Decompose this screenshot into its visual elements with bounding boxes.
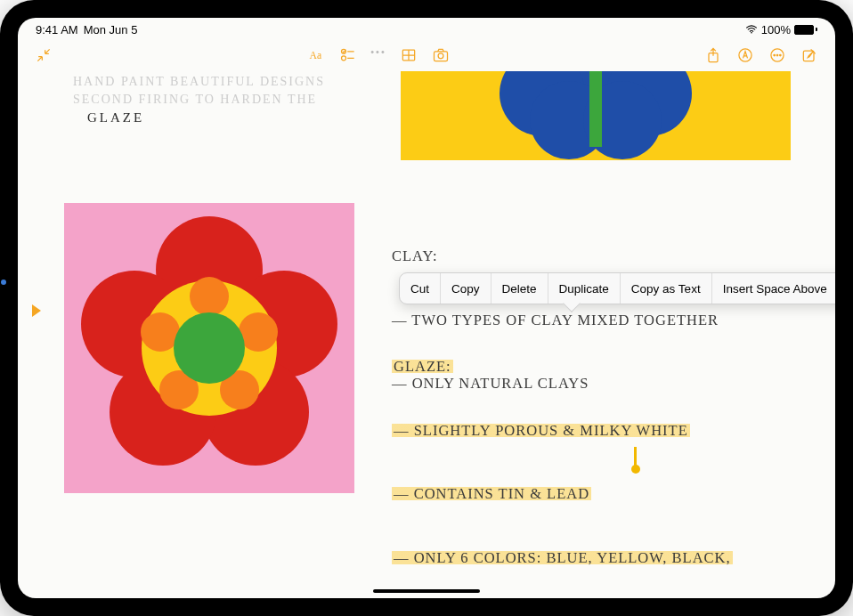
more-icon[interactable]: [764, 42, 791, 69]
selection-handle[interactable]: [634, 447, 637, 466]
insertion-marker-icon[interactable]: [32, 304, 41, 317]
svg-point-15: [776, 54, 778, 56]
camera-dot: [1, 280, 6, 285]
battery-icon: [794, 25, 817, 35]
clay-title: CLAY:: [392, 246, 719, 267]
svg-point-14: [774, 54, 776, 56]
faded-note-text: HAND PAINT BEAUTIFUL DESIGNS SECOND FIRI…: [73, 73, 325, 108]
home-indicator[interactable]: [373, 589, 480, 593]
svg-point-0: [751, 31, 752, 33]
glaze-line2: — CONTAINS TIN & LEAD: [392, 485, 591, 502]
tile-illustration-top: [401, 71, 791, 160]
toolbar: Aa •••: [18, 39, 835, 71]
checklist-icon[interactable]: [335, 42, 362, 69]
camera-icon[interactable]: [427, 42, 454, 69]
status-bar: 9:41 AM Mon Jun 5 100%: [18, 18, 835, 39]
compose-icon[interactable]: [796, 42, 823, 69]
glaze-notes[interactable]: GLAZE: — SLIGHTLY POROUS & MILKY WHITE —…: [392, 313, 733, 598]
svg-point-32: [190, 277, 229, 316]
share-icon[interactable]: [700, 42, 727, 69]
markup-icon[interactable]: [732, 42, 759, 69]
menu-delete[interactable]: Delete: [491, 273, 548, 304]
menu-copy-as-text[interactable]: Copy as Text: [621, 273, 711, 304]
status-date: Mon Jun 5: [84, 23, 138, 36]
status-time: 9:41 AM: [36, 23, 78, 36]
flower-illustration: [64, 203, 354, 493]
svg-point-37: [174, 312, 245, 384]
svg-text:Aa: Aa: [310, 50, 322, 61]
glaze-line3: — ONLY 6 COLORS: BLUE, YELLOW, BLACK,: [392, 549, 733, 566]
glaze-word: GLAZE: [87, 109, 144, 128]
menu-cut[interactable]: Cut: [400, 273, 440, 304]
menu-copy[interactable]: Copy: [441, 273, 491, 304]
wifi-icon: [745, 23, 758, 36]
svg-point-10: [438, 53, 443, 59]
menu-insert-space-above[interactable]: Insert Space Above: [712, 273, 835, 304]
edit-menu: Cut Copy Delete Duplicate Copy as Text I…: [399, 272, 835, 304]
menu-duplicate[interactable]: Duplicate: [548, 273, 620, 304]
battery-percent: 100%: [761, 23, 791, 36]
svg-rect-24: [589, 71, 602, 147]
table-icon[interactable]: [395, 42, 422, 69]
svg-point-16: [780, 54, 782, 56]
glaze-title: GLAZE:: [392, 358, 453, 375]
format-text-icon[interactable]: Aa: [303, 42, 329, 69]
glaze-line1: — SLIGHTLY POROUS & MILKY WHITE: [392, 422, 690, 439]
collapse-icon[interactable]: [30, 42, 57, 69]
grabber-icon: •••: [367, 46, 390, 57]
svg-point-4: [342, 56, 346, 61]
